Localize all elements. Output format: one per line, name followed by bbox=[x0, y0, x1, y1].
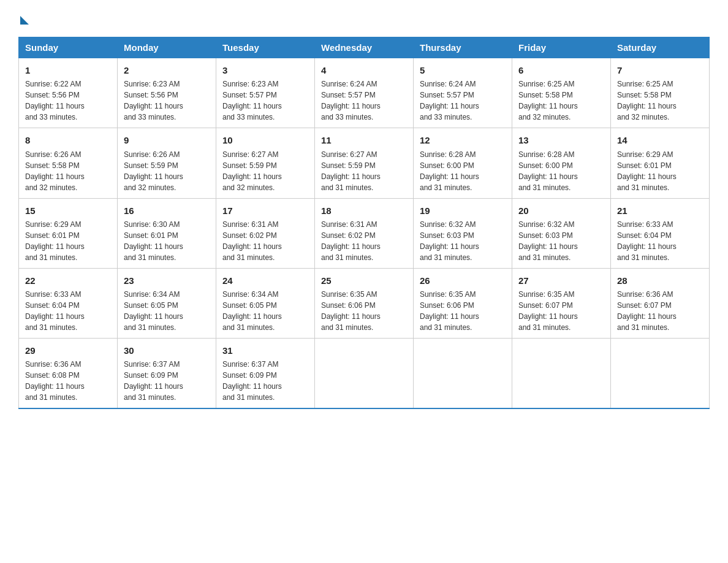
day-number: 1 bbox=[25, 63, 111, 77]
day-number: 7 bbox=[617, 63, 703, 77]
day-info: Sunrise: 6:34 AMSunset: 6:05 PMDaylight:… bbox=[124, 289, 210, 333]
day-number: 17 bbox=[222, 204, 308, 218]
column-header-tuesday: Tuesday bbox=[216, 37, 315, 58]
calendar-cell: 7Sunrise: 6:25 AMSunset: 5:58 PMDaylight… bbox=[611, 58, 710, 128]
calendar-cell: 16Sunrise: 6:30 AMSunset: 6:01 PMDayligh… bbox=[118, 198, 216, 268]
calendar-cell: 9Sunrise: 6:26 AMSunset: 5:59 PMDaylight… bbox=[118, 128, 216, 198]
day-info: Sunrise: 6:29 AMSunset: 6:01 PMDaylight:… bbox=[617, 149, 703, 193]
day-number: 18 bbox=[321, 204, 407, 218]
calendar-cell: 2Sunrise: 6:23 AMSunset: 5:56 PMDaylight… bbox=[118, 58, 216, 128]
calendar-cell: 11Sunrise: 6:27 AMSunset: 5:59 PMDayligh… bbox=[315, 128, 414, 198]
calendar-cell: 23Sunrise: 6:34 AMSunset: 6:05 PMDayligh… bbox=[118, 268, 216, 338]
calendar-cell: 6Sunrise: 6:25 AMSunset: 5:58 PMDaylight… bbox=[512, 58, 611, 128]
day-number: 29 bbox=[25, 343, 111, 358]
calendar-cell: 28Sunrise: 6:36 AMSunset: 6:07 PMDayligh… bbox=[611, 268, 710, 338]
logo bbox=[18, 12, 29, 25]
column-header-wednesday: Wednesday bbox=[315, 37, 414, 58]
day-info: Sunrise: 6:36 AMSunset: 6:08 PMDaylight:… bbox=[25, 359, 111, 403]
calendar-cell: 27Sunrise: 6:35 AMSunset: 6:07 PMDayligh… bbox=[512, 268, 611, 338]
day-info: Sunrise: 6:32 AMSunset: 6:03 PMDaylight:… bbox=[420, 219, 506, 263]
day-number: 19 bbox=[420, 204, 506, 218]
calendar-cell: 4Sunrise: 6:24 AMSunset: 5:57 PMDaylight… bbox=[315, 58, 414, 128]
calendar-cell: 20Sunrise: 6:32 AMSunset: 6:03 PMDayligh… bbox=[512, 198, 611, 268]
calendar-cell bbox=[611, 339, 710, 409]
column-header-thursday: Thursday bbox=[414, 37, 512, 58]
day-number: 10 bbox=[222, 133, 308, 147]
day-number: 6 bbox=[518, 63, 604, 77]
calendar-week-row: 29Sunrise: 6:36 AMSunset: 6:08 PMDayligh… bbox=[19, 339, 710, 409]
calendar-cell: 12Sunrise: 6:28 AMSunset: 6:00 PMDayligh… bbox=[414, 128, 512, 198]
calendar-cell: 24Sunrise: 6:34 AMSunset: 6:05 PMDayligh… bbox=[216, 268, 315, 338]
calendar-cell: 1Sunrise: 6:22 AMSunset: 5:56 PMDaylight… bbox=[19, 58, 118, 128]
calendar-cell: 3Sunrise: 6:23 AMSunset: 5:57 PMDaylight… bbox=[216, 58, 315, 128]
day-number: 21 bbox=[617, 204, 703, 218]
day-info: Sunrise: 6:35 AMSunset: 6:06 PMDaylight:… bbox=[321, 289, 407, 333]
day-info: Sunrise: 6:26 AMSunset: 5:58 PMDaylight:… bbox=[25, 149, 111, 193]
day-info: Sunrise: 6:33 AMSunset: 6:04 PMDaylight:… bbox=[25, 289, 111, 333]
day-number: 12 bbox=[420, 133, 506, 147]
calendar-cell: 30Sunrise: 6:37 AMSunset: 6:09 PMDayligh… bbox=[118, 339, 216, 409]
day-info: Sunrise: 6:35 AMSunset: 6:06 PMDaylight:… bbox=[420, 289, 506, 333]
day-number: 8 bbox=[25, 133, 111, 147]
day-info: Sunrise: 6:23 AMSunset: 5:57 PMDaylight:… bbox=[222, 79, 308, 123]
calendar-cell: 5Sunrise: 6:24 AMSunset: 5:57 PMDaylight… bbox=[414, 58, 512, 128]
day-info: Sunrise: 6:25 AMSunset: 5:58 PMDaylight:… bbox=[617, 79, 703, 123]
day-number: 13 bbox=[518, 133, 604, 147]
day-info: Sunrise: 6:22 AMSunset: 5:56 PMDaylight:… bbox=[25, 79, 111, 123]
day-info: Sunrise: 6:33 AMSunset: 6:04 PMDaylight:… bbox=[617, 219, 703, 263]
day-number: 24 bbox=[222, 274, 308, 288]
calendar-cell: 25Sunrise: 6:35 AMSunset: 6:06 PMDayligh… bbox=[315, 268, 414, 338]
calendar-week-row: 1Sunrise: 6:22 AMSunset: 5:56 PMDaylight… bbox=[19, 58, 710, 128]
day-number: 14 bbox=[617, 133, 703, 147]
day-info: Sunrise: 6:27 AMSunset: 5:59 PMDaylight:… bbox=[321, 149, 407, 193]
column-header-monday: Monday bbox=[118, 37, 216, 58]
page-header bbox=[18, 12, 710, 25]
column-header-friday: Friday bbox=[512, 37, 611, 58]
day-info: Sunrise: 6:35 AMSunset: 6:07 PMDaylight:… bbox=[518, 289, 604, 333]
day-info: Sunrise: 6:26 AMSunset: 5:59 PMDaylight:… bbox=[124, 149, 210, 193]
day-info: Sunrise: 6:31 AMSunset: 6:02 PMDaylight:… bbox=[321, 219, 407, 263]
day-info: Sunrise: 6:29 AMSunset: 6:01 PMDaylight:… bbox=[25, 219, 111, 263]
day-number: 31 bbox=[222, 343, 308, 358]
calendar-week-row: 8Sunrise: 6:26 AMSunset: 5:58 PMDaylight… bbox=[19, 128, 710, 198]
day-info: Sunrise: 6:24 AMSunset: 5:57 PMDaylight:… bbox=[420, 79, 506, 123]
day-number: 16 bbox=[124, 204, 210, 218]
column-header-sunday: Sunday bbox=[19, 37, 118, 58]
calendar-cell: 17Sunrise: 6:31 AMSunset: 6:02 PMDayligh… bbox=[216, 198, 315, 268]
day-info: Sunrise: 6:36 AMSunset: 6:07 PMDaylight:… bbox=[617, 289, 703, 333]
calendar-table: SundayMondayTuesdayWednesdayThursdayFrid… bbox=[18, 37, 710, 409]
calendar-header-row: SundayMondayTuesdayWednesdayThursdayFrid… bbox=[19, 37, 710, 58]
day-number: 11 bbox=[321, 133, 407, 147]
day-number: 5 bbox=[420, 63, 506, 77]
day-number: 23 bbox=[124, 274, 210, 288]
column-header-saturday: Saturday bbox=[611, 37, 710, 58]
day-info: Sunrise: 6:32 AMSunset: 6:03 PMDaylight:… bbox=[518, 219, 604, 263]
calendar-cell: 31Sunrise: 6:37 AMSunset: 6:09 PMDayligh… bbox=[216, 339, 315, 409]
calendar-cell bbox=[414, 339, 512, 409]
day-number: 2 bbox=[124, 63, 210, 77]
day-number: 28 bbox=[617, 274, 703, 288]
day-number: 30 bbox=[124, 343, 210, 358]
day-number: 4 bbox=[321, 63, 407, 77]
calendar-cell: 26Sunrise: 6:35 AMSunset: 6:06 PMDayligh… bbox=[414, 268, 512, 338]
day-info: Sunrise: 6:30 AMSunset: 6:01 PMDaylight:… bbox=[124, 219, 210, 263]
day-info: Sunrise: 6:28 AMSunset: 6:00 PMDaylight:… bbox=[420, 149, 506, 193]
day-info: Sunrise: 6:37 AMSunset: 6:09 PMDaylight:… bbox=[124, 359, 210, 403]
calendar-week-row: 15Sunrise: 6:29 AMSunset: 6:01 PMDayligh… bbox=[19, 198, 710, 268]
calendar-cell: 19Sunrise: 6:32 AMSunset: 6:03 PMDayligh… bbox=[414, 198, 512, 268]
calendar-cell: 8Sunrise: 6:26 AMSunset: 5:58 PMDaylight… bbox=[19, 128, 118, 198]
day-number: 27 bbox=[518, 274, 604, 288]
calendar-cell: 10Sunrise: 6:27 AMSunset: 5:59 PMDayligh… bbox=[216, 128, 315, 198]
day-info: Sunrise: 6:25 AMSunset: 5:58 PMDaylight:… bbox=[518, 79, 604, 123]
calendar-cell bbox=[315, 339, 414, 409]
calendar-cell: 21Sunrise: 6:33 AMSunset: 6:04 PMDayligh… bbox=[611, 198, 710, 268]
day-number: 9 bbox=[124, 133, 210, 147]
day-number: 26 bbox=[420, 274, 506, 288]
day-number: 3 bbox=[222, 63, 308, 77]
day-info: Sunrise: 6:27 AMSunset: 5:59 PMDaylight:… bbox=[222, 149, 308, 193]
day-info: Sunrise: 6:34 AMSunset: 6:05 PMDaylight:… bbox=[222, 289, 308, 333]
calendar-cell: 29Sunrise: 6:36 AMSunset: 6:08 PMDayligh… bbox=[19, 339, 118, 409]
day-number: 22 bbox=[25, 274, 111, 288]
calendar-cell: 13Sunrise: 6:28 AMSunset: 6:00 PMDayligh… bbox=[512, 128, 611, 198]
calendar-cell: 22Sunrise: 6:33 AMSunset: 6:04 PMDayligh… bbox=[19, 268, 118, 338]
